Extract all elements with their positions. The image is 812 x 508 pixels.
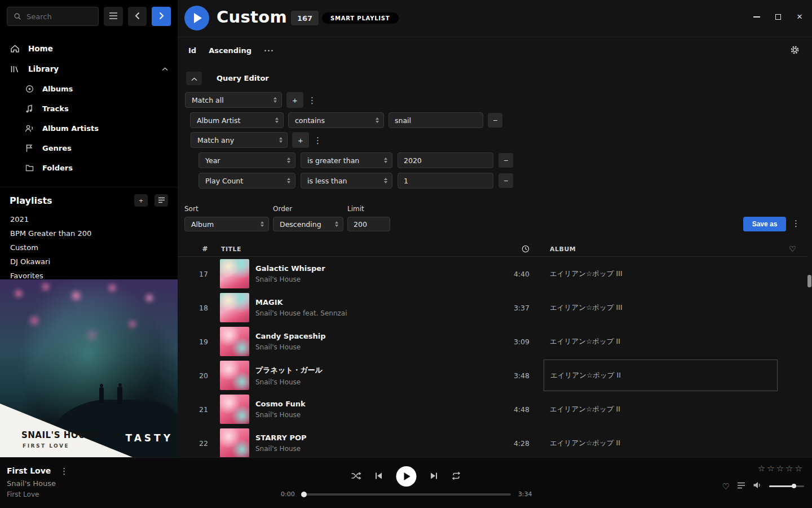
track-artist[interactable]: Snail's House	[255, 378, 506, 386]
sort-field-control[interactable]: Id	[188, 46, 196, 55]
track-artist[interactable]: Snail's House	[255, 411, 506, 419]
track-album[interactable]: エイリアン☆ポップ II	[550, 325, 787, 358]
album-art-thumbnail[interactable]	[220, 327, 249, 356]
column-header-title[interactable]: TITLE	[211, 246, 506, 253]
settings-button[interactable]	[790, 45, 800, 56]
seek-handle[interactable]	[301, 492, 307, 497]
query-editor-collapse-button[interactable]	[186, 72, 202, 85]
chevron-up-icon[interactable]	[162, 67, 168, 71]
rule-field-select[interactable]: Year	[198, 152, 295, 168]
track-title[interactable]: プラネット・ガール	[255, 365, 506, 375]
album-art-thumbnail[interactable]	[220, 395, 249, 424]
track-album[interactable]: エイリアン☆ポップ III	[550, 257, 787, 291]
query-options-button[interactable]: ⋮	[792, 219, 800, 227]
volume-button[interactable]	[753, 481, 762, 491]
rule-field-select[interactable]: Album Artist	[190, 112, 284, 128]
scrollbar-thumb[interactable]	[807, 275, 811, 287]
duration-column-clock-icon[interactable]	[522, 245, 532, 253]
play-pause-button[interactable]	[396, 466, 417, 487]
forward-button[interactable]	[152, 7, 171, 26]
next-button[interactable]	[430, 472, 438, 481]
table-row[interactable]: 18 MAGIK Snail's House feat. Sennzai 3:3…	[178, 291, 807, 325]
track-title[interactable]: Candy Spaceship	[255, 332, 506, 340]
track-album[interactable]: エイリアン☆ポップ II	[550, 426, 787, 457]
playlist-list-button[interactable]	[155, 194, 168, 207]
order-select[interactable]: Descending	[273, 217, 343, 231]
back-button[interactable]	[128, 7, 147, 26]
remove-rule-button[interactable]: −	[498, 153, 513, 168]
sidebar-item-home[interactable]: Home	[0, 38, 178, 59]
add-rule-button[interactable]: +	[292, 132, 309, 148]
minimize-button[interactable]	[749, 9, 765, 25]
repeat-button[interactable]	[452, 472, 461, 481]
rule-value-input[interactable]	[389, 112, 483, 128]
limit-input[interactable]	[347, 217, 390, 231]
column-header-index[interactable]: #	[178, 245, 211, 253]
playlist-item[interactable]: BPM Greater than 200	[0, 226, 178, 240]
track-album[interactable]: エイリアン☆ポップ II	[550, 392, 787, 426]
playlist-item[interactable]: 2021	[0, 212, 178, 226]
search-box[interactable]	[7, 7, 99, 26]
match-all-select[interactable]: Match all	[185, 92, 282, 108]
track-album[interactable]: エイリアン☆ポップ II	[544, 360, 778, 391]
rule-value-input[interactable]	[398, 173, 493, 189]
table-row[interactable]: 21 Cosmo Funk Snail's House 4:48 エイリアン☆ポ…	[178, 392, 807, 426]
playlist-item[interactable]: DJ Okawari	[0, 255, 178, 269]
track-album[interactable]: エイリアン☆ポップ III	[550, 291, 787, 325]
track-title[interactable]: MAGIK	[255, 298, 506, 306]
group-options-button[interactable]: ⋮	[308, 96, 316, 104]
rule-operator-select[interactable]: is greater than	[301, 152, 392, 168]
track-title[interactable]: Cosmo Funk	[255, 400, 506, 408]
match-any-select[interactable]: Match any	[191, 132, 288, 148]
track-artist[interactable]: Snail's House	[255, 445, 506, 453]
now-playing-album[interactable]: First Love	[7, 491, 68, 498]
sidebar-item-tracks[interactable]: Tracks	[0, 99, 178, 119]
rule-field-select[interactable]: Play Count	[198, 173, 295, 189]
table-row[interactable]: 17 Galactic Whisper Snail's House 4:40 エ…	[178, 257, 807, 291]
remove-rule-button[interactable]: −	[498, 173, 513, 188]
sidebar-item-album-artists[interactable]: Album Artists	[0, 119, 178, 138]
sidebar-item-albums[interactable]: Albums	[0, 79, 178, 99]
table-row[interactable]: 19 Candy Spaceship Snail's House 3:09 エイ…	[178, 325, 807, 358]
album-art-thumbnail[interactable]	[220, 259, 249, 288]
rule-operator-select[interactable]: is less than	[301, 173, 392, 189]
group-options-button[interactable]: ⋮	[314, 136, 322, 144]
column-header-album[interactable]: ALBUM	[550, 246, 787, 253]
rule-value-input[interactable]	[398, 152, 493, 168]
track-title[interactable]: Galactic Whisper	[255, 264, 506, 273]
playlist-play-button[interactable]	[184, 6, 209, 30]
save-as-button[interactable]: Save as	[743, 217, 786, 231]
now-playing-artist[interactable]: Snail's House	[7, 479, 68, 488]
track-artist[interactable]: Snail's House feat. Sennzai	[255, 309, 506, 317]
now-playing-artwork[interactable]: SNAIL'S HOUSE FIRST LOVE TASTY	[0, 279, 178, 457]
playlist-item[interactable]: Custom	[0, 240, 178, 255]
favorite-column-heart-icon[interactable]: ♡	[787, 244, 796, 253]
now-playing-title[interactable]: First Love	[7, 466, 51, 475]
sidebar-item-folders[interactable]: Folders	[0, 158, 178, 178]
seek-bar[interactable]	[302, 493, 511, 496]
add-rule-button[interactable]: +	[286, 92, 303, 108]
close-button[interactable]: ×	[792, 9, 807, 25]
table-row[interactable]: 20 プラネット・ガール Snail's House 3:48 エイリアン☆ポッ…	[178, 358, 807, 392]
queue-button[interactable]	[737, 482, 745, 491]
menu-button[interactable]	[104, 7, 123, 26]
previous-button[interactable]	[375, 472, 383, 481]
album-art-thumbnail[interactable]	[220, 293, 249, 322]
favorite-button[interactable]: ♡	[722, 482, 730, 491]
sidebar-item-library[interactable]: Library	[0, 59, 178, 79]
sidebar-item-genres[interactable]: Genres	[0, 138, 178, 158]
rule-operator-select[interactable]: contains	[288, 112, 384, 128]
maximize-button[interactable]	[770, 9, 786, 25]
star-icon[interactable]: ☆	[776, 463, 785, 474]
volume-handle[interactable]	[792, 484, 796, 488]
more-options-button[interactable]: ···	[264, 46, 274, 55]
remove-rule-button[interactable]: −	[488, 113, 502, 128]
shuffle-button[interactable]	[351, 472, 361, 481]
add-playlist-button[interactable]: +	[134, 194, 148, 207]
track-artist[interactable]: Snail's House	[255, 343, 506, 351]
star-icon[interactable]: ☆	[785, 463, 795, 474]
search-input[interactable]	[27, 12, 90, 21]
now-playing-options-button[interactable]: ⋮	[60, 467, 68, 475]
volume-slider[interactable]	[769, 485, 804, 487]
track-title[interactable]: STARRY POP	[255, 433, 506, 442]
